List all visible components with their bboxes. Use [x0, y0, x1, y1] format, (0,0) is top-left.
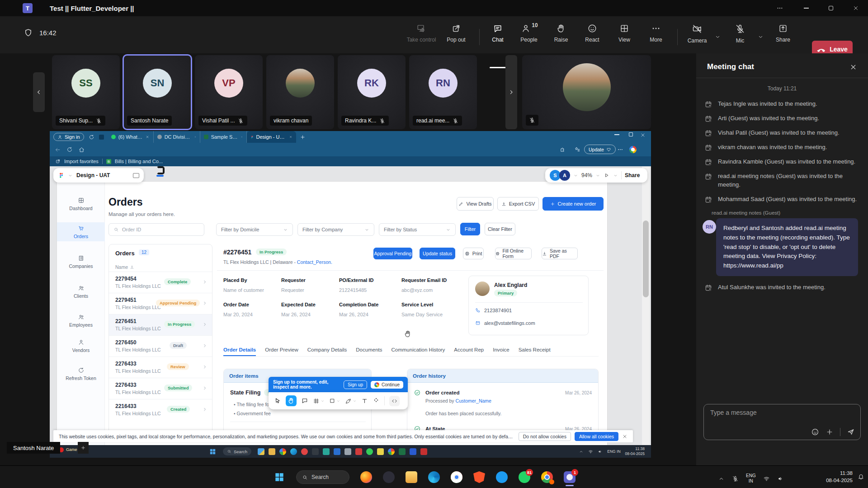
sidebar-item-refresh-token[interactable]: Refresh Token	[57, 367, 105, 381]
view-drafts-button[interactable]: View Drafts	[457, 197, 494, 211]
deny-cookies-button[interactable]: Do not allow cookies	[519, 432, 571, 441]
chrome-icon[interactable]	[388, 448, 395, 455]
scrollbar-thumb[interactable]	[643, 221, 649, 297]
contact-email[interactable]: alex@vstatefilings.com	[475, 320, 535, 326]
chat-button[interactable]: Chat	[483, 23, 512, 43]
extensions-icon[interactable]	[560, 146, 566, 153]
pages-panel-icon[interactable]	[133, 173, 139, 178]
tab-search-icon[interactable]	[89, 134, 94, 140]
sort-header[interactable]: Name	[115, 264, 134, 270]
browser-minimize-icon[interactable]	[614, 134, 619, 135]
create-new-order-button[interactable]: Create new order	[542, 197, 604, 211]
browser-scrollbar[interactable]	[642, 166, 650, 445]
close-chat-icon[interactable]	[849, 63, 857, 71]
print-button[interactable]: Print	[463, 248, 484, 259]
order-row[interactable]: 2279451TL Flex Holdings LLCApproval Pend…	[109, 293, 212, 314]
filter-company-dropdown[interactable]: Filter by Company	[297, 223, 374, 236]
export-csv-button[interactable]: Export CSV	[497, 197, 539, 211]
close-tab-icon[interactable]	[241, 135, 243, 139]
people-button[interactable]: 10 People	[514, 23, 543, 43]
google-continue-button[interactable]: Continue	[371, 381, 403, 389]
share-button[interactable]: Share	[769, 23, 797, 43]
window-close-button[interactable]	[845, 0, 866, 16]
browser-update-button[interactable]: Update	[584, 145, 616, 154]
customer-name-link[interactable]: Customer_Name	[456, 398, 491, 404]
volume-icon[interactable]	[777, 475, 784, 482]
tab-documents[interactable]: Documents	[356, 347, 382, 356]
bookmark-import[interactable]: Import favorites	[64, 159, 99, 164]
filter-domicile-dropdown[interactable]: Filter by Domicile	[216, 223, 293, 236]
favorites-bar-icon[interactable]	[574, 146, 580, 153]
move-tool-icon[interactable]	[274, 397, 281, 404]
contact-person-link[interactable]: Contact_Person.	[297, 259, 332, 265]
raise-button[interactable]: Raise	[547, 23, 576, 43]
file-explorer-icon[interactable]	[406, 471, 417, 483]
sidebar-item-employees[interactable]: Employees	[57, 314, 105, 328]
chevron-down-icon[interactable]	[613, 173, 618, 178]
tab-order-details[interactable]: Order Details	[223, 347, 256, 356]
outlook-icon[interactable]	[334, 448, 340, 455]
next-tiles-button[interactable]	[505, 55, 517, 129]
message-input[interactable]	[710, 409, 854, 416]
app-icon[interactable]	[355, 448, 362, 455]
language-indicator[interactable]: ENG IN	[607, 449, 620, 454]
figma-share-button[interactable]: Share	[625, 172, 640, 178]
sidebar-item-companies[interactable]: Companies	[57, 255, 105, 269]
tab-invoice[interactable]: Invoice	[493, 347, 509, 356]
language-switch[interactable]: ENGIN	[746, 473, 756, 484]
brave-icon[interactable]	[473, 471, 485, 483]
start-button[interactable]	[274, 471, 285, 483]
tab-company-details[interactable]: Company Details	[307, 347, 347, 356]
chevron-down-icon[interactable]	[573, 173, 578, 178]
filter-status-dropdown[interactable]: Filter by Status	[379, 223, 456, 236]
mic-button[interactable]: Mic	[726, 23, 755, 44]
chevron-down-icon[interactable]	[68, 173, 73, 178]
approval-pending-button[interactable]: Approval Pending	[373, 248, 412, 259]
browser-signin-button[interactable]: Sign in	[53, 133, 84, 141]
start-icon[interactable]	[209, 448, 217, 455]
collaborator-avatar[interactable]: A	[559, 170, 570, 181]
wifi-icon[interactable]	[763, 475, 770, 482]
chrome-icon[interactable]	[451, 471, 462, 483]
tray-chevron-up-icon[interactable]	[579, 449, 584, 454]
browser-tab-active[interactable]: Design - UAT – Figma	[247, 131, 296, 143]
video-tile[interactable]: RN read.ai mee...	[409, 55, 477, 129]
search-input[interactable]: Search	[223, 447, 251, 455]
camera-button[interactable]: Camera	[683, 23, 712, 44]
video-tile[interactable]: SN Santosh Narate	[123, 55, 191, 129]
close-tab-icon[interactable]	[194, 135, 196, 139]
bookmark-bills[interactable]: Bills | Billing and Co...	[115, 159, 163, 164]
order-row[interactable]: 2279454TL Flex Holdings LLCComplete	[109, 272, 212, 293]
text-tool-icon[interactable]	[361, 398, 368, 404]
video-tile[interactable]: SS Shivani Sup...	[52, 55, 120, 129]
presenter-add-icon[interactable]	[78, 442, 89, 454]
sidebar-item-vendors[interactable]: Vendors	[57, 339, 105, 353]
app-icon[interactable]	[312, 448, 319, 455]
components-tool-icon[interactable]	[373, 397, 380, 404]
order-row[interactable]: 2276433TL Flex Holdings LLCSubmitted	[109, 378, 212, 399]
camera-options-chevron-icon[interactable]	[714, 33, 721, 41]
react-button[interactable]: React	[578, 23, 607, 43]
file-explorer-icon[interactable]	[269, 448, 275, 455]
twitter-icon[interactable]	[496, 471, 508, 483]
browser-maximize-icon[interactable]	[629, 132, 633, 136]
tab-account-rep[interactable]: Account Rep	[454, 347, 484, 356]
widgets-icon[interactable]	[258, 448, 264, 455]
edge-icon[interactable]	[290, 448, 297, 455]
dev-mode-icon[interactable]	[389, 396, 400, 406]
hand-tool-icon[interactable]	[286, 395, 297, 406]
window-maximize-button[interactable]	[821, 0, 841, 16]
tray-mic-icon[interactable]	[732, 475, 739, 482]
order-row-selected[interactable]: 2276451TL Flex Holdings LLCIn Progress	[109, 314, 212, 335]
attach-plus-icon[interactable]	[826, 428, 834, 436]
copilot-icon[interactable]	[629, 146, 637, 153]
app-icon[interactable]	[377, 448, 384, 455]
contact-phone[interactable]: 2123874901	[475, 308, 512, 313]
teams-icon[interactable]: 1	[564, 471, 576, 483]
clock[interactable]: 11:3808-04-2025	[625, 446, 645, 456]
opera-icon[interactable]	[301, 448, 308, 455]
window-more-icon[interactable]	[769, 0, 790, 16]
more-button[interactable]: More	[642, 23, 670, 43]
chevron-down-icon[interactable]	[595, 173, 600, 178]
order-row[interactable]: 2276450TL Flex Holdings LLCDraft	[109, 335, 212, 357]
